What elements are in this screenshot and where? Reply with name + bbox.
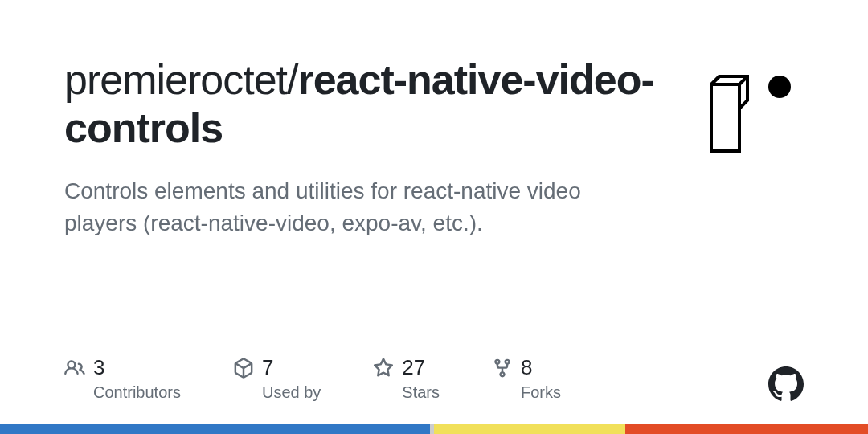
svg-point-0 <box>768 76 791 98</box>
language-segment <box>434 424 625 434</box>
usedby-value: 7 <box>262 355 273 380</box>
usedby-label: Used by <box>262 383 321 402</box>
contributors-value: 3 <box>93 355 104 380</box>
owner-avatar <box>699 56 804 161</box>
contributors-label: Contributors <box>93 383 181 402</box>
people-icon <box>64 358 85 379</box>
repo-separator: / <box>287 56 297 103</box>
forks-value: 8 <box>521 355 532 380</box>
stat-usedby: 7 Used by <box>233 355 321 402</box>
forks-label: Forks <box>521 383 561 402</box>
github-icon <box>768 366 804 402</box>
repo-owner: premieroctet <box>64 56 287 103</box>
star-icon <box>373 358 394 379</box>
stars-label: Stars <box>402 383 440 402</box>
stat-contributors: 3 Contributors <box>64 355 181 402</box>
repo-description: Controls elements and utilities for reac… <box>64 175 643 240</box>
language-segment <box>0 424 430 434</box>
stars-value: 27 <box>402 355 425 380</box>
language-bar <box>0 424 868 434</box>
stat-forks: 8 Forks <box>492 355 561 402</box>
repo-title: premieroctet/react-native-video-controls <box>64 56 667 153</box>
fork-icon <box>492 358 513 379</box>
stat-stars: 27 Stars <box>373 355 440 402</box>
repo-stats: 3 Contributors 7 Used by 27 <box>64 355 561 402</box>
language-segment <box>625 424 868 434</box>
package-icon <box>233 358 254 379</box>
